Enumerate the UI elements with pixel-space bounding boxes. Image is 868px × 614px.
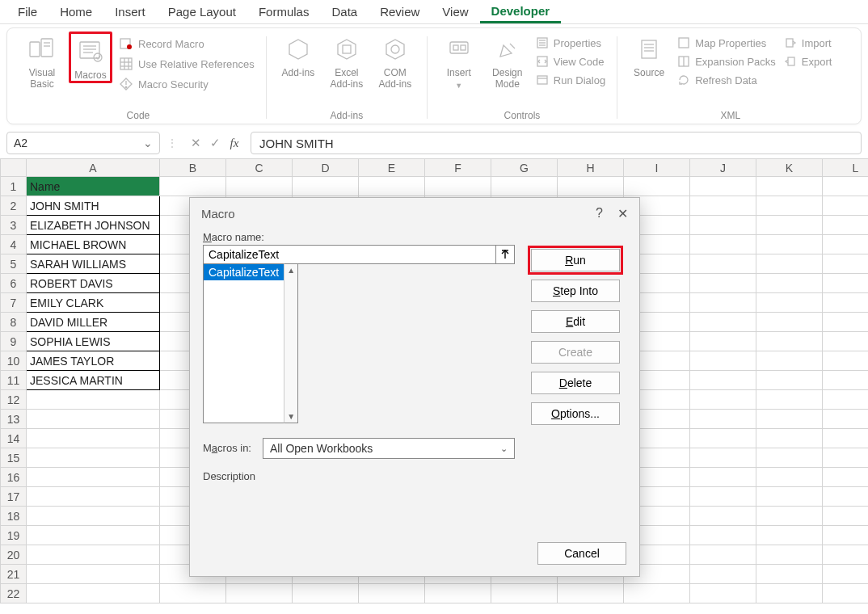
- cell[interactable]: [756, 429, 823, 448]
- fx-icon[interactable]: fx: [226, 137, 242, 150]
- tab-view[interactable]: View: [431, 2, 479, 22]
- select-all-corner[interactable]: [1, 159, 27, 177]
- cell[interactable]: [690, 313, 756, 332]
- cell[interactable]: [359, 584, 425, 603]
- cell[interactable]: [690, 254, 756, 274]
- row-header[interactable]: 8: [1, 313, 27, 332]
- row-header[interactable]: 15: [1, 448, 27, 468]
- cell[interactable]: [823, 565, 869, 584]
- cell[interactable]: [160, 177, 226, 196]
- cell[interactable]: [823, 545, 869, 565]
- macro-name-input[interactable]: [203, 245, 495, 264]
- cell[interactable]: [823, 313, 869, 332]
- cell[interactable]: [823, 235, 869, 254]
- cell[interactable]: [27, 507, 160, 526]
- tab-file[interactable]: File: [6, 2, 48, 22]
- cell[interactable]: [823, 274, 869, 293]
- tab-home[interactable]: Home: [48, 2, 103, 22]
- column-header-I[interactable]: I: [624, 159, 690, 177]
- cell[interactable]: [558, 177, 624, 196]
- cell[interactable]: ROBERT DAVIS: [27, 274, 160, 293]
- cell[interactable]: [293, 584, 359, 603]
- cell[interactable]: [756, 196, 823, 216]
- visual-basic-button[interactable]: Visual Basic: [20, 32, 64, 90]
- tab-data[interactable]: Data: [320, 2, 369, 22]
- row-header[interactable]: 5: [1, 254, 27, 274]
- cell[interactable]: [823, 429, 869, 448]
- close-icon[interactable]: ✕: [617, 206, 628, 221]
- cell[interactable]: [690, 584, 756, 603]
- column-header-K[interactable]: K: [756, 159, 823, 177]
- row-header[interactable]: 12: [1, 390, 27, 410]
- tab-formulas[interactable]: Formulas: [247, 2, 321, 22]
- help-icon[interactable]: ?: [596, 206, 603, 221]
- cell[interactable]: [756, 313, 823, 332]
- cell[interactable]: DAVID MILLER: [27, 313, 160, 332]
- cell[interactable]: [756, 177, 823, 196]
- cell[interactable]: ELIZABETH JOHNSON: [27, 216, 160, 235]
- cell[interactable]: [27, 410, 160, 429]
- macro-security-button[interactable]: Macro Security: [117, 75, 256, 93]
- cell[interactable]: [690, 371, 756, 390]
- row-header[interactable]: 10: [1, 351, 27, 371]
- row-header[interactable]: 9: [1, 332, 27, 351]
- use-relative-button[interactable]: Use Relative References: [117, 55, 256, 73]
- tab-page-layout[interactable]: Page Layout: [157, 2, 247, 22]
- cell[interactable]: [690, 487, 756, 507]
- enter-icon[interactable]: ✓: [207, 136, 223, 150]
- cell[interactable]: [491, 177, 558, 196]
- cell[interactable]: [823, 177, 869, 196]
- cell[interactable]: [756, 274, 823, 293]
- com-addins-button[interactable]: COM Add-ins: [373, 32, 417, 90]
- import-button[interactable]: Import: [782, 35, 834, 51]
- cell[interactable]: [690, 545, 756, 565]
- addins-button[interactable]: Add-ins: [276, 32, 320, 78]
- go-to-macro-button[interactable]: [495, 245, 515, 264]
- cell[interactable]: [690, 468, 756, 487]
- cell[interactable]: [359, 177, 425, 196]
- cell[interactable]: [756, 507, 823, 526]
- row-header[interactable]: 11: [1, 371, 27, 390]
- row-header[interactable]: 6: [1, 274, 27, 293]
- macro-list-item[interactable]: CapitalizeText: [204, 264, 284, 280]
- cell[interactable]: [690, 429, 756, 448]
- cell[interactable]: [823, 390, 869, 410]
- tab-insert[interactable]: Insert: [103, 2, 157, 22]
- scroll-up-icon[interactable]: ▲: [287, 264, 295, 276]
- run-button[interactable]: Run: [531, 249, 620, 271]
- macros-in-combo[interactable]: All Open Workbooks ⌄: [263, 438, 515, 459]
- cell[interactable]: [756, 351, 823, 371]
- excel-addins-button[interactable]: Excel Add-ins: [325, 32, 369, 90]
- name-box[interactable]: A2 ⌄: [6, 132, 160, 154]
- cell[interactable]: [823, 507, 869, 526]
- row-header[interactable]: 21: [1, 565, 27, 584]
- cell[interactable]: [293, 177, 359, 196]
- insert-control-button[interactable]: Insert ▼: [437, 32, 481, 90]
- cell[interactable]: [823, 526, 869, 545]
- row-header[interactable]: 4: [1, 235, 27, 254]
- tab-developer[interactable]: Developer: [480, 1, 562, 23]
- row-header[interactable]: 19: [1, 526, 27, 545]
- cell[interactable]: [27, 429, 160, 448]
- cell[interactable]: [756, 216, 823, 235]
- macro-list[interactable]: CapitalizeText: [203, 263, 284, 423]
- row-header[interactable]: 13: [1, 410, 27, 429]
- delete-button[interactable]: Delete: [531, 372, 620, 394]
- column-header-E[interactable]: E: [359, 159, 425, 177]
- cell[interactable]: [756, 526, 823, 545]
- cancel-button[interactable]: Cancel: [537, 542, 626, 565]
- cell[interactable]: [823, 371, 869, 390]
- cell[interactable]: [491, 584, 558, 603]
- cell[interactable]: JAMES TAYLOR: [27, 351, 160, 371]
- row-header[interactable]: 22: [1, 584, 27, 603]
- column-header-G[interactable]: G: [491, 159, 558, 177]
- options-button[interactable]: Options...: [531, 402, 620, 425]
- cell[interactable]: [756, 410, 823, 429]
- cell[interactable]: MICHAEL BROWN: [27, 235, 160, 254]
- cell[interactable]: [756, 235, 823, 254]
- row-header[interactable]: 14: [1, 429, 27, 448]
- cell[interactable]: [823, 448, 869, 468]
- row-header[interactable]: 3: [1, 216, 27, 235]
- cell[interactable]: [756, 565, 823, 584]
- row-header[interactable]: 17: [1, 487, 27, 507]
